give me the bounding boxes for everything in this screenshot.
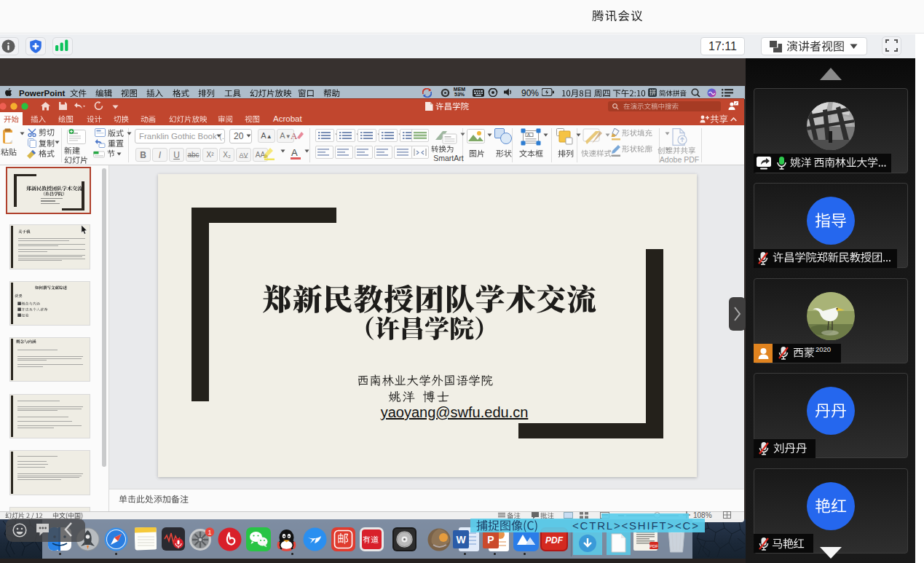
svg-text:PDF: PDF — [545, 535, 564, 546]
svg-text:A: A — [291, 147, 298, 158]
svg-text:W: W — [456, 534, 466, 546]
svg-text:1: 1 — [208, 529, 211, 536]
svg-text:PDF: PDF — [649, 544, 658, 548]
svg-text:A: A — [527, 133, 530, 137]
svg-text:A: A — [291, 130, 298, 141]
svg-text:P: P — [487, 534, 494, 546]
